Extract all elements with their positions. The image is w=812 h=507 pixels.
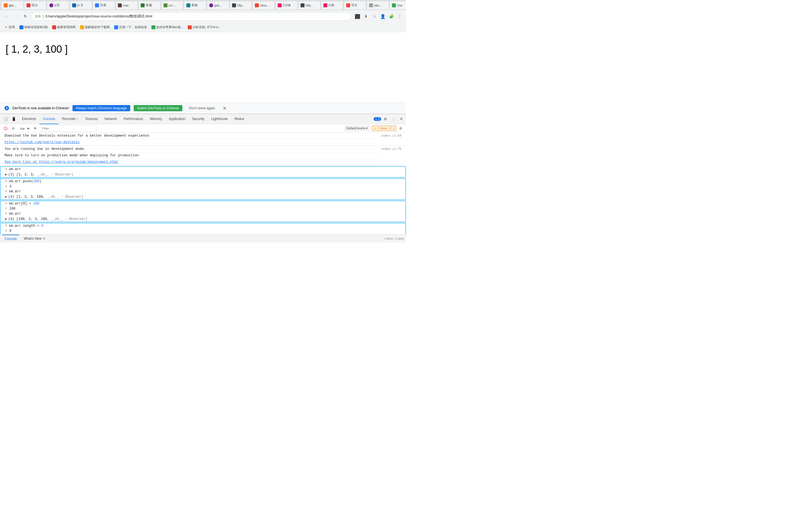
bookmark-mac[interactable]: 如何在苹果Mac电...: [150, 24, 185, 30]
download-button[interactable]: ⬇: [362, 12, 370, 20]
dont-show-button[interactable]: Don't show again: [186, 105, 218, 111]
forward-button[interactable]: →: [12, 12, 20, 20]
bottom-tab-whatsnew-close[interactable]: ✕: [43, 237, 46, 240]
tab-label-zhangyu: 张云: [32, 3, 44, 7]
devtools-tab-application[interactable]: Application: [165, 114, 189, 124]
code-block-2: > vm.arr.push(100) < 4 > vm.arr ▶ (4) [1…: [0, 178, 406, 200]
cast-button[interactable]: ⬛: [354, 12, 361, 20]
bookmark-favicon-zhufeng: [19, 25, 23, 29]
bookmark-baidu[interactable]: 百度一下，你就知道: [112, 24, 149, 30]
tab-jscai[interactable]: js 才: [70, 1, 92, 9]
bookmark-favicon-apps: ⊞: [4, 25, 8, 29]
tab-jshuo[interactable]: js言: [47, 1, 69, 9]
devtools-settings-button[interactable]: ⚙: [382, 115, 389, 123]
tab-ics[interactable]: ics-...: [161, 1, 184, 9]
console-context-select[interactable]: top: [18, 126, 31, 131]
code-prompt-2-3: >: [5, 189, 7, 193]
console-right-label-2[interactable]: index.js:75: [381, 146, 406, 165]
devtools-tab-elements[interactable]: Elements: [18, 114, 40, 124]
devtools-toolbar: ⬜ 📱 Elements Console Recorder ↑ Sources …: [0, 114, 406, 124]
switch-devtools-button[interactable]: Switch DevTools to Chinese: [134, 105, 183, 111]
bookmark-label-crack: 破解版软件下载网: [85, 25, 110, 29]
console-message-vuemsg2[interactable]: https://github.com/vuejs/vue-devtools: [0, 139, 406, 146]
notification-close-button[interactable]: ✕: [221, 106, 227, 111]
back-button[interactable]: ←: [2, 12, 10, 20]
devtools-tab-memory[interactable]: Memory: [147, 114, 165, 124]
inspect-element-button[interactable]: ⬜: [2, 115, 10, 123]
code-expand-2-4[interactable]: ▶: [5, 194, 7, 199]
tab-geti[interactable]: geti...: [207, 1, 229, 9]
always-match-button[interactable]: Always match Chrome's language: [72, 105, 130, 111]
code-text-4-1: vm.arr.length = 0: [9, 224, 43, 228]
code-expand-1-2[interactable]: ▶: [5, 172, 7, 177]
more-button[interactable]: ⋮: [396, 12, 404, 20]
devtools-dock-button[interactable]: ⋮: [390, 115, 397, 123]
code-prompt-2-1: >: [5, 179, 7, 183]
code-prompt-3-1: >: [5, 202, 7, 206]
bookmark-apps[interactable]: ⊞ 应用: [2, 24, 17, 30]
console-entry-vuemsg: Download the Vue Devtools extension for …: [0, 133, 406, 146]
devtools-tab-console[interactable]: Console: [40, 114, 59, 124]
console-eye-button[interactable]: 👁: [32, 125, 38, 131]
bookmark-label-apps: 应用: [9, 25, 15, 29]
bottom-tab-console[interactable]: Console: [2, 235, 19, 242]
tab-zhangyu[interactable]: 张云: [24, 1, 47, 9]
url-separator: |: [43, 14, 43, 18]
address-input[interactable]: 文件 | /Users/apple/Desktop/project/vue-so…: [31, 12, 352, 20]
tab-2tiao[interactable]: C(2条: [275, 1, 298, 9]
devtools-tab-lighthouse[interactable]: Lighthouse: [208, 114, 231, 124]
console-settings-button[interactable]: ⚙: [398, 125, 404, 131]
tab-label-jscai: js 才: [77, 3, 90, 7]
device-toggle-button[interactable]: 📱: [10, 115, 17, 123]
devtools-tab-security[interactable]: Security: [189, 114, 208, 124]
tab-gitee[interactable]: gite...: [1, 1, 24, 9]
devtools-tab-performance[interactable]: Performance: [120, 114, 147, 124]
address-bar: ← → ↻ 文件 | /Users/apple/Desktop/project/…: [0, 10, 406, 22]
tab-favicon-2tiao2: [323, 3, 327, 7]
tab-java[interactable]: Java...: [252, 1, 275, 9]
tab-kefu2[interactable]: 客服: [184, 1, 206, 9]
notification-info-icon: ℹ: [4, 106, 9, 110]
bottom-tab-whatsnew[interactable]: What's New ✕: [21, 235, 48, 242]
tab-obj2[interactable]: Obj...: [298, 1, 320, 9]
devtools-tab-redux[interactable]: Redux: [231, 114, 248, 124]
bookmark-button[interactable]: ☆: [370, 12, 378, 20]
tab-xiewen[interactable]: 写文: [344, 1, 366, 9]
devtools-tab-recorder[interactable]: Recorder ↑: [59, 114, 82, 124]
tab-baidu[interactable]: 百度: [93, 1, 115, 9]
bookmark-el[interactable]: (3条消息) 关于el-d...: [186, 24, 222, 30]
console-right-label-1[interactable]: index.js:64: [381, 133, 406, 139]
tab-2tiao2[interactable]: (2条: [321, 1, 343, 9]
devtools-tab-network[interactable]: Network: [101, 114, 120, 124]
console-filter-icon[interactable]: ⊘: [10, 125, 16, 131]
tab-favicon-2tiao: [278, 3, 282, 7]
bookmark-health[interactable]: 健康管理师网: [50, 24, 77, 30]
code-expand-3-4[interactable]: ▶: [5, 217, 7, 221]
devtools-close-button[interactable]: ✕: [398, 115, 405, 123]
console-clear-button[interactable]: 🚫: [2, 125, 8, 131]
devtools-tab-sources[interactable]: Sources: [82, 114, 101, 124]
bookmark-crack[interactable]: 破解版软件下载网: [79, 24, 111, 30]
console-message-vuemode2: Make sure to turn on production mode whe…: [0, 152, 381, 159]
extension-button[interactable]: 🧩: [388, 12, 395, 20]
console-message-vuemode3[interactable]: See more tips at https://vuejs.org/guide…: [0, 159, 381, 165]
console-filter-input[interactable]: [40, 125, 96, 131]
tab-label-2tiao2: (2条: [328, 3, 341, 7]
tab-favicon-kefu2: [186, 3, 190, 7]
code-text-3-4: (4) [100, 2, 3, 100, __ob__ : Observer]: [8, 217, 87, 221]
bookmark-favicon-el: [188, 25, 192, 29]
bookmark-favicon-baidu: [114, 25, 118, 29]
devtools-panel: ⬜ 📱 Elements Console Recorder ↑ Sources …: [0, 114, 406, 242]
profile-button[interactable]: 👤: [379, 12, 387, 20]
reload-button[interactable]: ↻: [21, 12, 29, 20]
tab-favicon-mac: [118, 3, 122, 7]
bookmark-zhufeng[interactable]: 珠峰培训架构2期: [18, 24, 49, 30]
tab-mac[interactable]: mac: [115, 1, 138, 9]
tab-obj[interactable]: Obj...: [230, 1, 252, 9]
tab-vue[interactable]: Vue: [389, 1, 406, 9]
tab-obs[interactable]: obs...: [366, 1, 389, 9]
default-levels-select[interactable]: Default levels ▾: [345, 126, 370, 131]
tab-label-geti: geti...: [214, 4, 227, 7]
code-line-1-2: ▶ (3) [1, 2, 3, __ob__ : Observer]: [1, 172, 405, 177]
tab-kefu[interactable]: 客服: [138, 1, 161, 9]
